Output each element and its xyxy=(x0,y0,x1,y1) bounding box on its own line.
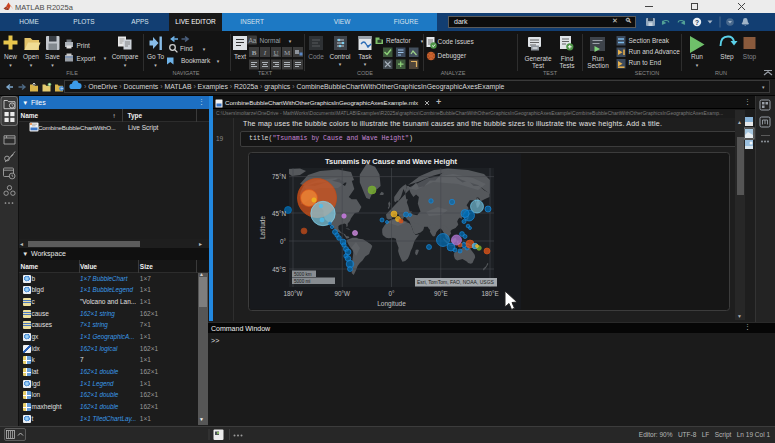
svg-text:180°E: 180°E xyxy=(481,290,498,297)
svg-text:Tsunamis by Cause and Wave Hei: Tsunamis by Cause and Wave Height xyxy=(325,157,458,166)
svg-text:B: B xyxy=(252,49,257,57)
svg-text:45°S: 45°S xyxy=(272,266,286,273)
svg-text:Latitude: Latitude xyxy=(259,216,266,240)
svg-text:Aa: Aa xyxy=(249,37,257,44)
svg-text:0°: 0° xyxy=(388,290,395,297)
svg-text:U: U xyxy=(273,49,278,57)
svg-text:5000 mi: 5000 mi xyxy=(294,279,310,284)
svg-text:90°E: 90°E xyxy=(434,290,448,297)
svg-text:45°N: 45°N xyxy=(272,210,287,217)
svg-text:5000 km: 5000 km xyxy=(294,272,312,277)
svg-text:0°: 0° xyxy=(280,238,287,245)
svg-text:Longitude: Longitude xyxy=(377,300,406,308)
svg-text:?: ? xyxy=(695,19,699,26)
svg-text:180°W: 180°W xyxy=(284,290,303,297)
svg-text:Esri, TomTom, FAO, NOAA, USGS: Esri, TomTom, FAO, NOAA, USGS xyxy=(417,279,495,285)
svg-text:75°N: 75°N xyxy=(272,173,287,180)
svg-text:90°W: 90°W xyxy=(335,290,351,297)
svg-text:M: M xyxy=(284,49,291,57)
